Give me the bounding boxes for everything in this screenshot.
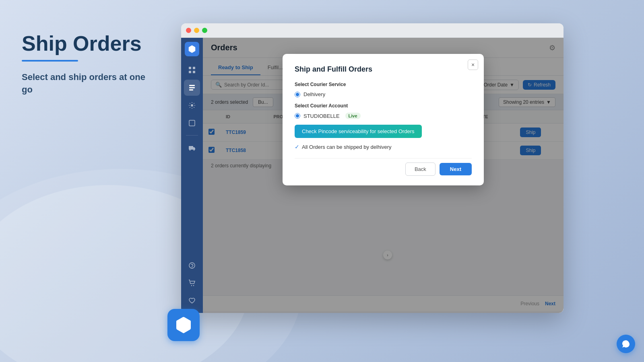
sidebar-logo[interactable] [185,42,199,56]
modal-close-button[interactable]: × [468,60,478,70]
maximize-traffic-light[interactable] [202,28,207,33]
chat-icon [621,339,630,348]
modal: Ship and Fulfill Orders × Select Courier… [283,54,484,185]
modal-overlay: Ship and Fulfill Orders × Select Courier… [203,38,564,313]
sidebar-item-cart[interactable] [184,275,200,291]
account-label-studiobelle: STUDIOBELLE [303,113,340,119]
app-window: Orders ⚙ Ready to Ship Fulfil... 🔍 Order [181,23,564,313]
success-message: All Orders can be shipped by delhivery [302,144,392,150]
sidebar-item-delivery[interactable] [184,140,200,156]
sidebar-divider [186,135,198,136]
svg-rect-6 [189,87,195,88]
svg-point-14 [192,267,192,268]
minimize-traffic-light[interactable] [194,28,199,33]
svg-point-8 [191,104,193,107]
sidebar-item-favorites[interactable] [184,293,200,309]
close-traffic-light[interactable] [186,28,191,33]
svg-rect-5 [189,85,195,86]
sidebar-item-page[interactable] [184,115,200,131]
svg-rect-4 [193,71,195,73]
courier-section-label: Select Courier Service [295,82,472,87]
svg-rect-9 [189,120,195,126]
modal-footer: Back Next [295,158,472,176]
logo-icon [188,45,196,53]
courier-label-delhivery: Delhivery [303,91,325,97]
sidebar-item-grid[interactable] [184,62,200,78]
svg-rect-3 [189,71,191,73]
courier-option-delhivery: Delhivery [295,91,472,97]
app-icon[interactable] [167,309,200,341]
sidebar-item-orders[interactable] [184,80,200,96]
modal-title: Ship and Fulfill Orders [295,65,472,74]
next-button[interactable]: Next [440,163,472,175]
svg-point-16 [193,285,194,286]
account-section-label: Select Courier Account [295,103,472,109]
page-subtitle: Select and ship orders at one go [22,71,157,96]
sidebar-item-support[interactable] [184,257,200,274]
success-message-row: ✓ All Orders can be shipped by delhivery [295,144,472,150]
sidebar [181,38,203,313]
svg-rect-1 [189,67,191,69]
svg-rect-7 [189,89,193,90]
svg-point-13 [189,263,195,268]
back-button[interactable]: Back [405,162,436,176]
box-icon [174,315,193,335]
app-body: Orders ⚙ Ready to Ship Fulfil... 🔍 Order [181,38,564,313]
courier-radio-delhivery[interactable] [295,92,300,97]
left-panel: Ship Orders Select and ship orders at on… [0,0,177,362]
sidebar-bottom [184,257,200,309]
success-check-icon: ✓ [295,144,299,150]
svg-rect-10 [189,146,193,150]
check-pincode-button[interactable]: Check Pincode serviceability for selecte… [295,125,422,138]
svg-point-15 [191,285,192,286]
live-badge: Live [345,113,361,119]
main-content: Orders ⚙ Ready to Ship Fulfil... 🔍 Order [203,38,564,313]
chat-bubble[interactable] [617,335,635,353]
account-radio-studiobelle[interactable] [295,113,300,119]
svg-point-11 [190,150,191,151]
svg-rect-2 [193,67,195,69]
account-option-studiobelle: STUDIOBELLE Live [295,113,472,119]
sidebar-item-settings[interactable] [184,97,200,113]
heading-underline [22,60,78,62]
title-bar [181,23,564,38]
page-heading: Ship Orders [22,32,157,55]
svg-point-12 [194,150,195,151]
